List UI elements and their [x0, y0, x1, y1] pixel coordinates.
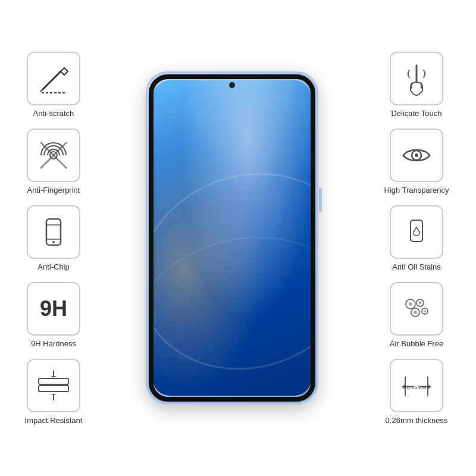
impact-label: Impact Resistant	[25, 416, 83, 425]
anti-fingerprint-icon-box	[27, 129, 80, 182]
phone-center	[101, 71, 363, 405]
feature-high-transparency: High Transparency	[384, 129, 449, 195]
9h-text: 9H	[40, 298, 67, 320]
svg-marker-1	[61, 68, 68, 75]
thickness-icon: 0.26MM	[397, 368, 436, 403]
fingerprint-icon	[36, 137, 71, 173]
feature-anti-chip: Anti-Chip	[27, 205, 80, 271]
svg-marker-14	[51, 376, 57, 377]
transparency-icon-box	[390, 129, 443, 182]
side-button	[319, 188, 322, 212]
eye-icon	[399, 137, 434, 173]
svg-rect-11	[39, 378, 68, 384]
features-left: Anti-scratch Anti-Fingerprint	[6, 52, 101, 425]
thickness-label: 0.26mm thickness	[386, 416, 448, 425]
9h-icon-box: 9H	[27, 282, 80, 336]
main-container: Anti-scratch Anti-Fingerprint	[0, 0, 476, 476]
feature-9h-hardness: 9H 9H Hardness	[27, 282, 80, 348]
thickness-icon-box: 0.26MM	[390, 359, 443, 412]
front-camera	[229, 82, 235, 88]
svg-line-0	[43, 71, 61, 89]
feature-air-bubble: Air Bubble Free	[390, 282, 443, 348]
feature-anti-scratch: Anti-scratch	[27, 52, 80, 118]
feature-anti-oil: Anti Oil Stains	[390, 205, 443, 271]
touch-icon	[399, 61, 434, 96]
chip-icon	[36, 214, 71, 250]
svg-line-2	[40, 87, 45, 92]
impact-icon-box	[27, 359, 80, 412]
anti-scratch-icon-box	[27, 52, 80, 105]
feature-impact-resistant: Impact Resistant	[25, 359, 83, 425]
9h-label: 9H Hardness	[31, 339, 76, 348]
delicate-touch-label: Delicate Touch	[391, 109, 441, 118]
bubble-icon-box	[390, 282, 443, 336]
svg-marker-16	[51, 394, 57, 395]
svg-text:0.26MM: 0.26MM	[407, 384, 427, 390]
svg-point-27	[424, 310, 426, 312]
svg-point-21	[409, 302, 412, 306]
svg-rect-19	[411, 220, 422, 242]
transparency-label: High Transparency	[384, 186, 449, 195]
glass-overlay	[149, 74, 315, 402]
impact-icon	[34, 368, 73, 403]
bubble-icon	[399, 291, 434, 327]
phone-wrapper	[146, 71, 318, 405]
oil-label: Anti Oil Stains	[392, 262, 441, 271]
oil-icon-box	[390, 205, 443, 259]
svg-rect-12	[39, 386, 68, 392]
bubble-label: Air Bubble Free	[390, 339, 443, 348]
svg-point-25	[414, 311, 417, 314]
feature-thickness: 0.26MM 0.26mm thickness	[386, 359, 448, 425]
anti-chip-label: Anti-Chip	[37, 262, 69, 271]
svg-marker-33	[428, 384, 431, 389]
svg-point-18	[415, 154, 418, 157]
anti-scratch-label: Anti-scratch	[33, 109, 74, 118]
scratch-icon	[36, 61, 71, 96]
oil-icon	[399, 214, 434, 250]
anti-fingerprint-label: Anti-Fingerprint	[27, 186, 80, 195]
svg-point-10	[52, 241, 55, 243]
feature-anti-fingerprint: Anti-Fingerprint	[27, 129, 80, 195]
svg-marker-31	[402, 384, 405, 389]
feature-delicate-touch: Delicate Touch	[390, 52, 443, 118]
delicate-touch-icon-box	[390, 52, 443, 105]
features-right: Delicate Touch High Transparency	[363, 52, 470, 425]
svg-point-23	[418, 301, 421, 304]
anti-chip-icon-box	[27, 205, 80, 259]
